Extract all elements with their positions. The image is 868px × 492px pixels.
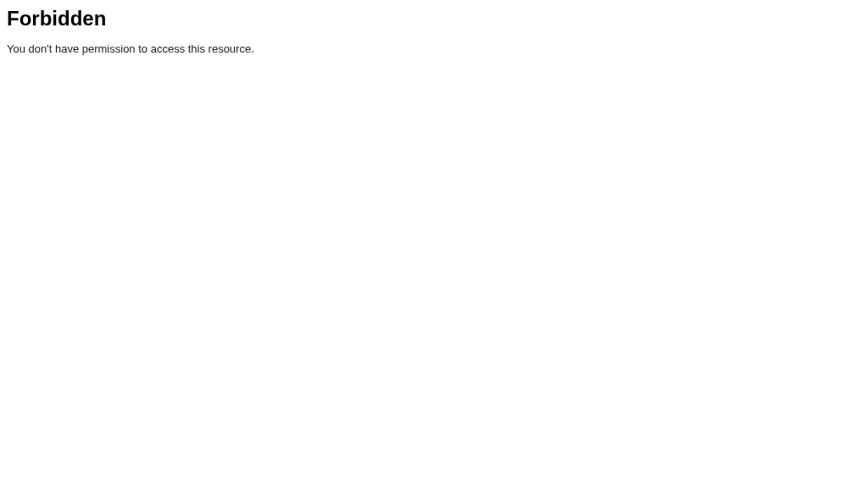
error-message: You don't have permission to access this…	[7, 42, 861, 55]
error-title: Forbidden	[7, 7, 861, 31]
